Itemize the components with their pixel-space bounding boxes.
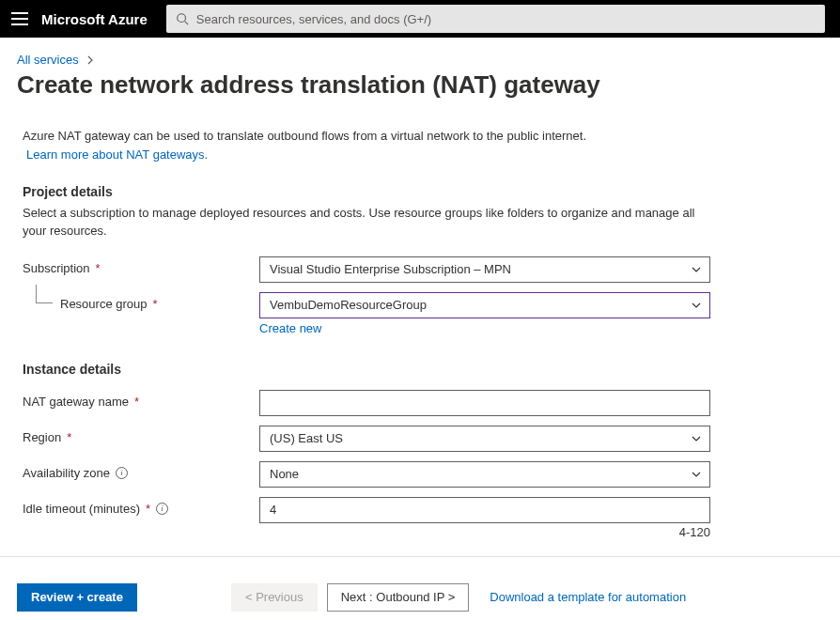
nat-name-row: NAT gateway name * xyxy=(23,390,817,416)
idle-timeout-label-text: Idle timeout (minutes) xyxy=(23,502,140,516)
idle-timeout-hint: 4-120 xyxy=(259,525,710,539)
idle-timeout-input[interactable]: 4 xyxy=(259,497,710,523)
page-footer: Review + create < Previous Next : Outbou… xyxy=(0,556,840,620)
required-marker: * xyxy=(134,395,139,409)
resource-group-dropdown[interactable]: VembuDemoResourceGroup xyxy=(259,292,710,318)
chevron-right-icon xyxy=(85,54,96,66)
top-bar: Microsoft Azure Search resources, servic… xyxy=(0,0,840,38)
next-label: Next : Outbound IP > xyxy=(341,590,456,604)
chevron-down-icon xyxy=(691,300,702,311)
intro-text: Azure NAT gateway can be used to transla… xyxy=(17,128,817,163)
required-marker: * xyxy=(153,297,158,311)
availability-zone-row: Availability zone i None xyxy=(23,461,817,488)
breadcrumb: All services xyxy=(17,53,817,67)
nat-gateway-name-input[interactable] xyxy=(259,390,710,416)
download-template-link[interactable]: Download a template for automation xyxy=(490,590,686,604)
svg-line-1 xyxy=(184,22,188,25)
region-row: Region * (US) East US xyxy=(23,426,817,452)
idle-timeout-label: Idle timeout (minutes) * i xyxy=(23,497,259,516)
info-icon[interactable]: i xyxy=(116,467,128,479)
info-icon[interactable]: i xyxy=(156,503,168,515)
previous-button: < Previous xyxy=(231,583,318,612)
tree-elbow-icon xyxy=(36,285,53,303)
region-value: (US) East US xyxy=(270,431,343,445)
subscription-dropdown[interactable]: Visual Studio Enterprise Subscription – … xyxy=(259,256,710,283)
availability-zone-label: Availability zone i xyxy=(23,461,259,480)
idle-timeout-row: Idle timeout (minutes) * i 4 4-120 xyxy=(23,497,817,539)
availability-zone-dropdown[interactable]: None xyxy=(259,461,710,488)
subscription-row: Subscription * Visual Studio Enterprise … xyxy=(23,256,817,283)
idle-timeout-value: 4 xyxy=(270,503,276,517)
nat-name-label-text: NAT gateway name xyxy=(23,395,129,409)
availability-zone-label-text: Availability zone xyxy=(23,466,110,480)
previous-label: < Previous xyxy=(245,590,303,604)
required-marker: * xyxy=(67,430,71,444)
project-details-description: Select a subscription to manage deployed… xyxy=(17,205,703,239)
required-marker: * xyxy=(146,502,150,516)
project-details-heading: Project details xyxy=(17,184,817,199)
search-icon xyxy=(176,12,189,25)
availability-zone-value: None xyxy=(270,467,299,481)
learn-more-link[interactable]: Learn more about NAT gateways. xyxy=(26,147,817,163)
brand-label: Microsoft Azure xyxy=(41,11,148,27)
resource-group-label: Resource group * xyxy=(23,292,259,311)
page-content: All services Create network address tran… xyxy=(0,38,840,556)
menu-icon[interactable] xyxy=(11,12,28,25)
region-dropdown[interactable]: (US) East US xyxy=(259,426,710,452)
page-title: Create network address translation (NAT)… xyxy=(17,70,817,100)
resource-group-row: Resource group * VembuDemoResourceGroup … xyxy=(23,292,817,335)
global-search[interactable]: Search resources, services, and docs (G+… xyxy=(166,5,825,33)
subscription-label-text: Subscription xyxy=(23,261,90,275)
required-marker: * xyxy=(96,261,101,275)
nat-name-label: NAT gateway name * xyxy=(23,390,259,409)
next-button[interactable]: Next : Outbound IP > xyxy=(327,583,470,612)
region-label-text: Region xyxy=(23,430,61,444)
breadcrumb-link-all-services[interactable]: All services xyxy=(17,53,79,67)
subscription-label: Subscription * xyxy=(23,256,259,275)
instance-details-heading: Instance details xyxy=(17,362,817,377)
resource-group-label-text: Resource group xyxy=(60,297,148,311)
review-create-button[interactable]: Review + create xyxy=(17,583,137,612)
intro-description: Azure NAT gateway can be used to transla… xyxy=(23,129,586,143)
subscription-value: Visual Studio Enterprise Subscription – … xyxy=(270,262,511,276)
chevron-down-icon xyxy=(691,469,702,480)
review-create-label: Review + create xyxy=(31,590,123,604)
resource-group-value: VembuDemoResourceGroup xyxy=(270,298,427,312)
search-placeholder: Search resources, services, and docs (G+… xyxy=(196,12,431,26)
svg-point-0 xyxy=(178,14,186,23)
chevron-down-icon xyxy=(691,264,702,275)
create-new-resource-group-link[interactable]: Create new xyxy=(259,321,321,335)
chevron-down-icon xyxy=(691,433,702,444)
region-label: Region * xyxy=(23,426,259,444)
